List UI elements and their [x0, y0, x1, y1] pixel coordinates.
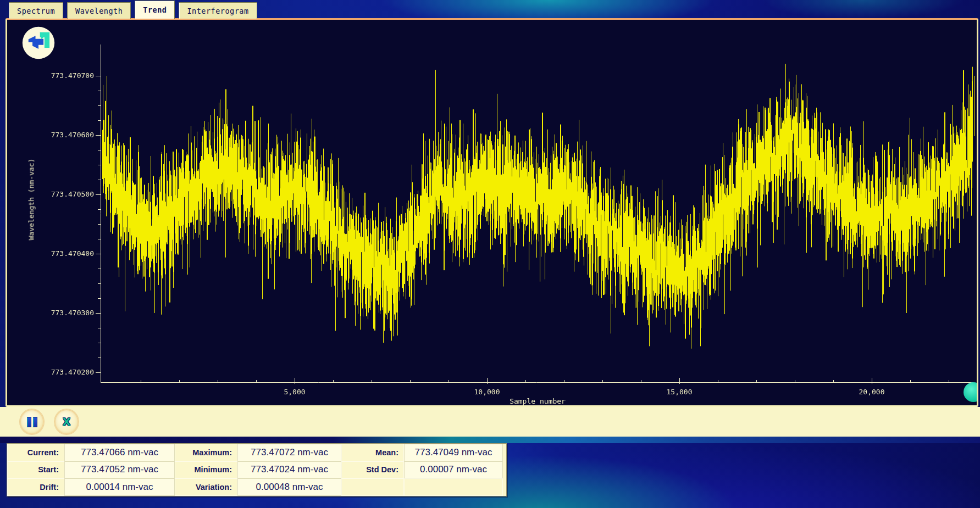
stat-label-stddev: Std Dev: — [341, 461, 404, 479]
stat-label-maximum: Maximum: — [175, 444, 237, 461]
y-tick-label: 773.470600 — [32, 131, 94, 139]
trend-chart-panel: 773.470700773.470600773.470500773.470400… — [5, 18, 978, 407]
pause-icon — [27, 417, 37, 427]
trend-trace-canvas — [7, 20, 977, 405]
x-axis-title: Sample number — [510, 397, 566, 405]
plot-area: 773.470700773.470600773.470500773.470400… — [7, 20, 977, 405]
app-window: Spectrum Wavelength Trend Interferogram … — [0, 0, 980, 508]
pause-button[interactable] — [20, 409, 44, 434]
stat-label-drift: Drift: — [7, 478, 64, 496]
stat-value-minimum: 773.47024 nm-vac — [237, 461, 341, 479]
x-tick-label: 20,000 — [847, 388, 896, 396]
y-tick-label: 773.470200 — [32, 368, 94, 376]
stat-label-empty — [341, 478, 404, 496]
stat-value-start: 773.47052 nm-vac — [64, 461, 175, 479]
y-tick-label: 773.470300 — [32, 309, 94, 317]
tab-spectrum[interactable]: Spectrum — [9, 2, 63, 19]
statistics-panel: Current: 773.47066 nm-vac Maximum: 773.4… — [7, 443, 507, 496]
y-tick-label: 773.470700 — [32, 71, 94, 80]
tab-wavelength[interactable]: Wavelength — [67, 2, 131, 19]
stat-value-variation: 0.00048 nm-vac — [237, 478, 341, 496]
stat-value-current: 773.47066 nm-vac — [64, 444, 175, 461]
tab-interferogram[interactable]: Interferogram — [179, 2, 257, 19]
x-tick-label: 15,000 — [655, 388, 704, 396]
chart-toolbar: X — [0, 407, 980, 437]
stat-label-current: Current: — [7, 444, 64, 461]
x-tick-label: 5,000 — [270, 388, 319, 396]
stat-value-drift: 0.00014 nm-vac — [64, 478, 175, 496]
y-axis-title: Wavelength (nm-vac) — [27, 159, 36, 241]
x-tick-label: 10,000 — [462, 388, 512, 396]
stat-label-mean: Mean: — [341, 444, 404, 461]
y-tick-label: 773.470400 — [32, 249, 94, 258]
background-band — [0, 437, 980, 443]
close-button[interactable]: X — [54, 409, 79, 434]
tab-trend[interactable]: Trend — [135, 1, 175, 19]
stat-label-minimum: Minimum: — [175, 461, 237, 479]
stat-value-maximum: 773.47072 nm-vac — [237, 444, 341, 461]
close-x-icon: X — [63, 415, 70, 428]
view-tabbar: Spectrum Wavelength Trend Interferogram — [9, 2, 257, 18]
stat-label-variation: Variation: — [175, 478, 237, 496]
y-tick-label: 773.470500 — [32, 190, 94, 198]
stat-value-stddev: 0.00007 nm-vac — [404, 461, 503, 479]
stat-value-mean: 773.47049 nm-vac — [404, 444, 503, 461]
brand-arrows-icon — [21, 25, 56, 60]
stat-label-start: Start: — [7, 461, 64, 479]
stat-value-empty — [404, 478, 503, 496]
